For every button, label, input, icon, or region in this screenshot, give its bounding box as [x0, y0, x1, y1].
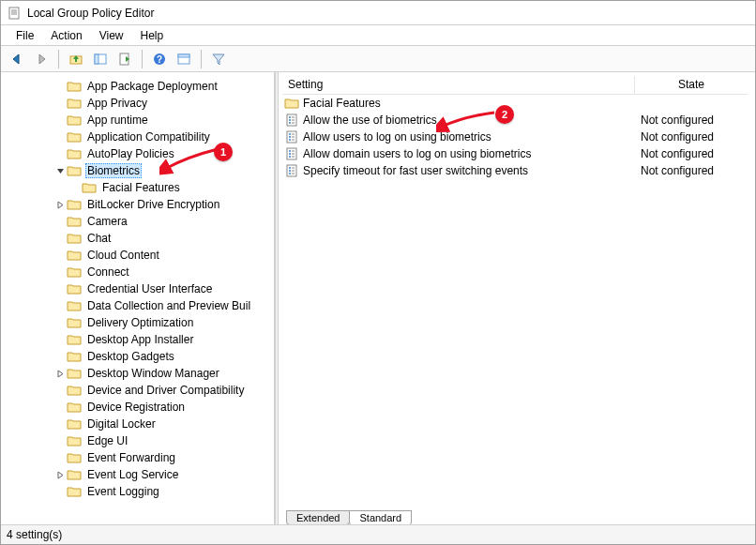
- detail-pane: Setting State Facial FeaturesAllow the u…: [279, 72, 755, 524]
- tree-item[interactable]: Device and Driver Compatibility: [8, 382, 274, 399]
- tree-item[interactable]: Data Collection and Preview Buil: [8, 297, 274, 314]
- app-icon: [7, 6, 22, 21]
- tree-item[interactable]: Cloud Content: [8, 247, 274, 264]
- forward-button[interactable]: [31, 49, 52, 69]
- tree-expander-icon: [53, 265, 67, 279]
- tree-item-label: BitLocker Drive Encryption: [85, 198, 221, 211]
- tree-expander-icon: [53, 333, 67, 346]
- tree-item[interactable]: BitLocker Drive Encryption: [8, 196, 274, 213]
- tree-item[interactable]: App runtime: [8, 112, 274, 129]
- tree-item-label: Desktop Gadgets: [85, 350, 176, 363]
- tree-item[interactable]: Desktop Gadgets: [8, 348, 274, 365]
- tree-item[interactable]: Event Log Service: [8, 466, 274, 483]
- tree-item-label: App Package Deployment: [85, 80, 219, 93]
- detail-row[interactable]: Allow domain users to log on using biome…: [282, 145, 748, 162]
- tree-pane: App Package DeploymentApp PrivacyApp run…: [1, 72, 275, 524]
- tree-expander-icon[interactable]: [53, 164, 67, 177]
- tree-item-label: Edge UI: [85, 434, 129, 447]
- tree-item-label: App Privacy: [85, 97, 149, 110]
- tree-item[interactable]: App Package Deployment: [8, 78, 274, 95]
- tab-extended[interactable]: Extended: [286, 510, 350, 525]
- column-header-state[interactable]: State: [635, 76, 748, 94]
- tree-item[interactable]: Digital Locker: [8, 416, 274, 432]
- tree-item-label: Desktop App Installer: [85, 333, 195, 346]
- tree-item-label: Chat: [85, 232, 113, 245]
- folder-icon: [67, 79, 82, 94]
- tree-item[interactable]: Event Forwarding: [8, 449, 274, 466]
- tree-item-label: Camera: [85, 215, 129, 228]
- menu-action[interactable]: Action: [43, 27, 89, 44]
- show-tree-button[interactable]: [90, 49, 111, 69]
- tree-item[interactable]: Device Registration: [8, 399, 274, 416]
- tree-expander-icon[interactable]: [53, 468, 67, 481]
- folder-icon: [67, 400, 82, 415]
- body-area: App Package DeploymentApp PrivacyApp run…: [1, 72, 755, 525]
- svg-rect-36: [289, 173, 291, 174]
- tree-item-label: Cloud Content: [85, 249, 161, 262]
- tree-item[interactable]: Chat: [8, 230, 274, 247]
- folder-icon: [67, 146, 82, 161]
- tree-item-label: App runtime: [85, 114, 150, 127]
- app-window: Local Group Policy Editor File Action Vi…: [0, 0, 756, 545]
- menu-view[interactable]: View: [92, 27, 131, 44]
- menu-file[interactable]: File: [8, 27, 41, 44]
- detail-row[interactable]: Allow users to log on using biometricsNo…: [282, 129, 748, 145]
- menubar: File Action View Help: [1, 25, 755, 46]
- setting-label: Allow users to log on using biometrics: [303, 130, 491, 144]
- menu-help[interactable]: Help: [133, 27, 172, 44]
- tree-scroll[interactable]: App Package DeploymentApp PrivacyApp run…: [1, 72, 274, 509]
- svg-rect-20: [289, 133, 291, 135]
- tree-item[interactable]: Desktop Window Manager: [8, 365, 274, 382]
- tree-expander-icon: [53, 114, 67, 127]
- folder-icon: [67, 197, 82, 212]
- folder-icon: [67, 383, 82, 398]
- tree-item[interactable]: Connect: [8, 264, 274, 280]
- tree-item[interactable]: Edge UI: [8, 432, 274, 449]
- tree-item-label: Desktop Window Manager: [85, 367, 221, 380]
- tree-item[interactable]: Delivery Optimization: [8, 314, 274, 331]
- tree-expander-icon: [53, 316, 67, 329]
- tree-item[interactable]: Biometrics: [8, 162, 274, 179]
- svg-rect-11: [178, 54, 189, 57]
- svg-text:?: ?: [157, 54, 162, 65]
- tree-expander-icon[interactable]: [53, 198, 67, 211]
- tree-item[interactable]: Credential User Interface: [8, 280, 274, 297]
- statusbar-text: 4 setting(s): [7, 528, 62, 541]
- tree-expander-icon: [53, 97, 67, 110]
- tab-standard[interactable]: Standard: [349, 510, 412, 525]
- tree-item[interactable]: Facial Features: [8, 179, 274, 196]
- setting-label: Allow the use of biometrics: [303, 114, 437, 127]
- tree-expander-icon: [53, 232, 67, 245]
- folder-icon: [67, 349, 82, 364]
- tree-item[interactable]: Desktop App Installer: [8, 331, 274, 348]
- filter-button[interactable]: [208, 49, 229, 69]
- svg-rect-0: [9, 8, 19, 19]
- folder-icon: [67, 113, 82, 128]
- tree-expander-icon: [53, 401, 67, 414]
- tree-expander-icon: [53, 434, 67, 447]
- tree-expander-icon: [53, 282, 67, 295]
- svg-rect-21: [289, 136, 291, 138]
- properties-button[interactable]: [174, 49, 194, 69]
- tree-item[interactable]: Camera: [8, 213, 274, 230]
- tree-item[interactable]: AutoPlay Policies: [8, 145, 274, 162]
- tree-item[interactable]: App Privacy: [8, 95, 274, 112]
- export-button[interactable]: [114, 49, 135, 69]
- detail-row[interactable]: Allow the use of biometricsNot configure…: [282, 112, 748, 129]
- tree-item[interactable]: Application Compatibility: [8, 129, 274, 145]
- tabs-row: Extended Standard: [279, 506, 755, 524]
- back-button[interactable]: [7, 49, 27, 69]
- tree-horizontal-scrollbar[interactable]: [1, 509, 274, 524]
- detail-row[interactable]: Specify timeout for fast user switching …: [282, 162, 748, 179]
- folder-icon: [67, 214, 82, 229]
- tree-expander-icon[interactable]: [53, 367, 67, 380]
- detail-row[interactable]: Facial Features: [282, 95, 748, 112]
- up-folder-button[interactable]: [66, 49, 86, 69]
- column-header-setting[interactable]: Setting: [282, 76, 635, 94]
- folder-icon: [67, 450, 82, 465]
- policy-icon: [284, 146, 299, 161]
- folder-icon: [67, 248, 82, 263]
- help-button[interactable]: ?: [149, 49, 170, 69]
- tree-item-label: Device Registration: [85, 401, 187, 414]
- tree-item[interactable]: Event Logging: [8, 483, 274, 500]
